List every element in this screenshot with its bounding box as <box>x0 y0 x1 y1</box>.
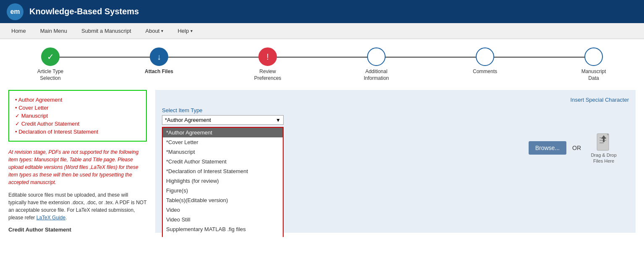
step-additional-info: AdditionalInformation <box>351 47 402 82</box>
item-type-dropdown-list: *Author Agreement *Cover Letter *Manuscr… <box>162 127 284 237</box>
progress-bar: ✓ Article TypeSelection ↓ Attach Files !… <box>0 39 644 86</box>
insert-special-char[interactable]: Insert Special Character <box>162 97 629 103</box>
item-type-dropdown-container: *Author Agreement ▼ *Author Agreement *C… <box>162 115 284 125</box>
file-list: Author Agreement Cover Letter Manuscript… <box>15 96 140 136</box>
dropdown-arrow-icon: ▼ <box>276 117 281 123</box>
step-label-manuscript-data: ManuscriptData <box>581 68 606 82</box>
drag-drop-label: Drag & DropFiles Here <box>591 152 616 164</box>
nav-home[interactable]: Home <box>4 23 33 39</box>
dropdown-item-tables[interactable]: Table(s)(Editable version) <box>163 195 283 205</box>
file-upload-icon <box>595 132 612 152</box>
file-item-manuscript: Manuscript <box>15 112 140 120</box>
nav-submit-manuscript[interactable]: Submit a Manuscript <box>74 23 138 39</box>
dropdown-item-latex-source[interactable]: LaTeX Source Files <box>163 234 283 237</box>
file-item-credit-author: Credit Author Statement <box>15 120 140 128</box>
dropdown-item-video-still[interactable]: Video Still <box>163 215 283 224</box>
warning-text: At revision stage, PDFs are not supporte… <box>8 148 147 186</box>
step-label-comments: Comments <box>473 68 497 75</box>
file-item-declaration: Declaration of Interest Statement <box>15 128 140 136</box>
drag-drop-area[interactable]: Drag & DropFiles Here <box>587 132 621 164</box>
select-item-label: Select Item Type <box>162 107 629 113</box>
navigation: Home Main Menu Submit a Manuscript About… <box>0 23 644 39</box>
item-type-select[interactable]: *Author Agreement ▼ <box>162 115 284 125</box>
credit-author-label: Credit Author Statement <box>8 226 147 233</box>
progress-line <box>50 57 594 58</box>
file-item-cover-letter: Cover Letter <box>15 104 140 112</box>
step-circle-manuscript-data <box>584 47 603 66</box>
app-title: Knowledge-Based Systems <box>29 7 139 16</box>
info-text: Editable source files must be uploaded, … <box>8 191 147 221</box>
main-content: Author Agreement Cover Letter Manuscript… <box>0 86 644 237</box>
right-panel: Insert Special Character Select Item Typ… <box>155 90 636 233</box>
logo: em <box>7 3 23 20</box>
upload-area: Browse... OR Drag & DropFiles Here <box>529 132 621 164</box>
step-circle-comments <box>476 47 494 66</box>
dropdown-item-highlights[interactable]: Highlights (for review) <box>163 176 283 186</box>
header: em Knowledge-Based Systems <box>0 0 644 23</box>
step-label-attach-files: Attach Files <box>145 68 173 75</box>
nav-help[interactable]: Help ▾ <box>170 23 200 39</box>
selected-item-label: *Author Agreement <box>165 117 276 123</box>
step-circle-additional-info <box>367 47 386 66</box>
dropdown-item-figures[interactable]: Figure(s) <box>163 186 283 195</box>
step-circle-article-type: ✓ <box>41 47 60 66</box>
svg-marker-1 <box>607 134 609 135</box>
left-panel: Author Agreement Cover Letter Manuscript… <box>8 90 147 233</box>
dropdown-item-author-agreement[interactable]: *Author Agreement <box>163 128 283 137</box>
dropdown-item-cover-letter[interactable]: *Cover Letter <box>163 137 283 147</box>
step-label-article-type: Article TypeSelection <box>37 68 63 82</box>
select-row: *Author Agreement ▼ *Author Agreement *C… <box>162 115 629 125</box>
step-label-review-preferences: ReviewPreferences <box>254 68 282 82</box>
step-attach-files: ↓ Attach Files <box>134 47 184 75</box>
browse-button[interactable]: Browse... <box>529 141 566 155</box>
nav-about[interactable]: About ▾ <box>138 23 171 39</box>
step-label-additional-info: AdditionalInformation <box>364 68 389 82</box>
dropdown-item-declaration-interest[interactable]: *Declaration of Interest Statement <box>163 166 283 176</box>
step-review-preferences: ! ReviewPreferences <box>242 47 293 82</box>
help-chevron-icon: ▾ <box>190 29 193 33</box>
step-circle-attach-files: ↓ <box>150 47 168 66</box>
step-article-type: ✓ Article TypeSelection <box>25 47 76 82</box>
step-comments: Comments <box>460 47 510 75</box>
file-item-author-agreement: Author Agreement <box>15 96 140 104</box>
dropdown-item-matlab[interactable]: Supplementary MATLAB .fig files <box>163 224 283 234</box>
dropdown-item-credit-author-statement[interactable]: *Credit Author Statement <box>163 157 283 166</box>
or-label: OR <box>572 145 581 151</box>
dropdown-item-manuscript[interactable]: *Manuscript <box>163 147 283 157</box>
file-list-box: Author Agreement Cover Letter Manuscript… <box>8 90 147 142</box>
step-manuscript-data: ManuscriptData <box>568 47 619 82</box>
about-chevron-icon: ▾ <box>161 29 163 33</box>
step-circle-review-preferences: ! <box>258 47 277 66</box>
nav-main-menu[interactable]: Main Menu <box>33 23 74 39</box>
latex-guide-link[interactable]: LaTeX Guide <box>37 215 65 221</box>
dropdown-item-video[interactable]: Video <box>163 205 283 215</box>
